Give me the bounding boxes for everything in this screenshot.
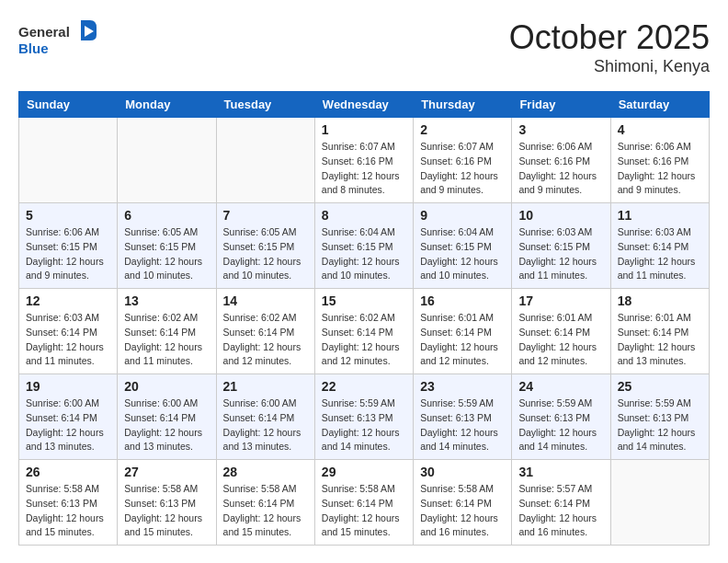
day-info-21: Sunrise: 6:00 AM Sunset: 6:14 PM Dayligh…	[223, 396, 308, 454]
day-info-20: Sunrise: 6:00 AM Sunset: 6:14 PM Dayligh…	[124, 396, 209, 454]
day-info-4: Sunrise: 6:06 AM Sunset: 6:16 PM Dayligh…	[618, 140, 702, 198]
day-number-26: 26	[26, 465, 110, 479]
day-number-18: 18	[618, 293, 702, 308]
weekday-friday: Friday	[512, 92, 610, 118]
day-number-27: 27	[124, 465, 209, 479]
day-number-15: 15	[322, 293, 406, 308]
location-title: Shimoni, Kenya	[509, 57, 710, 76]
week-row-5: 26Sunrise: 5:58 AM Sunset: 6:13 PM Dayli…	[19, 460, 710, 546]
week-row-3: 12Sunrise: 6:03 AM Sunset: 6:14 PM Dayli…	[19, 289, 710, 374]
day-info-27: Sunrise: 5:58 AM Sunset: 6:13 PM Dayligh…	[124, 482, 209, 540]
svg-text:Blue: Blue	[18, 40, 49, 56]
day-cell-22: 22Sunrise: 5:59 AM Sunset: 6:13 PM Dayli…	[314, 374, 413, 460]
weekday-thursday: Thursday	[414, 92, 512, 118]
day-cell-16: 16Sunrise: 6:01 AM Sunset: 6:14 PM Dayli…	[414, 289, 512, 374]
day-cell-12: 12Sunrise: 6:03 AM Sunset: 6:14 PM Dayli…	[19, 289, 118, 374]
day-number-30: 30	[420, 465, 505, 479]
day-info-9: Sunrise: 6:04 AM Sunset: 6:15 PM Dayligh…	[420, 225, 505, 283]
day-number-1: 1	[322, 122, 406, 137]
day-cell-8: 8Sunrise: 6:04 AM Sunset: 6:15 PM Daylig…	[314, 203, 413, 289]
day-number-3: 3	[518, 122, 603, 137]
logo: General Blue	[18, 18, 101, 63]
empty-cell	[19, 118, 118, 203]
day-info-29: Sunrise: 5:58 AM Sunset: 6:14 PM Dayligh…	[322, 482, 406, 540]
day-cell-20: 20Sunrise: 6:00 AM Sunset: 6:14 PM Dayli…	[118, 374, 216, 460]
day-info-16: Sunrise: 6:01 AM Sunset: 6:14 PM Dayligh…	[420, 311, 505, 369]
day-cell-1: 1Sunrise: 6:07 AM Sunset: 6:16 PM Daylig…	[314, 118, 413, 203]
day-number-9: 9	[420, 208, 505, 223]
day-info-23: Sunrise: 5:59 AM Sunset: 6:13 PM Dayligh…	[420, 396, 505, 454]
day-cell-21: 21Sunrise: 6:00 AM Sunset: 6:14 PM Dayli…	[216, 374, 314, 460]
day-info-10: Sunrise: 6:03 AM Sunset: 6:15 PM Dayligh…	[518, 225, 603, 283]
day-cell-11: 11Sunrise: 6:03 AM Sunset: 6:14 PM Dayli…	[610, 203, 709, 289]
day-number-20: 20	[124, 379, 209, 394]
day-info-22: Sunrise: 5:59 AM Sunset: 6:13 PM Dayligh…	[322, 396, 406, 454]
day-number-25: 25	[618, 379, 702, 394]
day-cell-29: 29Sunrise: 5:58 AM Sunset: 6:14 PM Dayli…	[314, 460, 413, 546]
day-number-22: 22	[322, 379, 406, 394]
day-number-14: 14	[223, 293, 308, 308]
day-info-15: Sunrise: 6:02 AM Sunset: 6:14 PM Dayligh…	[322, 311, 406, 369]
day-info-3: Sunrise: 6:06 AM Sunset: 6:16 PM Dayligh…	[518, 140, 603, 198]
day-number-23: 23	[420, 379, 505, 394]
day-number-16: 16	[420, 293, 505, 308]
day-info-28: Sunrise: 5:58 AM Sunset: 6:14 PM Dayligh…	[223, 482, 308, 540]
weekday-wednesday: Wednesday	[314, 92, 413, 118]
day-number-10: 10	[518, 208, 603, 223]
day-number-17: 17	[518, 293, 603, 308]
logo-container: General Blue	[18, 18, 101, 63]
day-cell-24: 24Sunrise: 5:59 AM Sunset: 6:13 PM Dayli…	[512, 374, 610, 460]
empty-cell	[610, 460, 709, 546]
week-row-2: 5Sunrise: 6:06 AM Sunset: 6:15 PM Daylig…	[19, 203, 710, 289]
day-cell-14: 14Sunrise: 6:02 AM Sunset: 6:14 PM Dayli…	[216, 289, 314, 374]
day-number-28: 28	[223, 465, 308, 479]
day-cell-10: 10Sunrise: 6:03 AM Sunset: 6:15 PM Dayli…	[512, 203, 610, 289]
day-cell-2: 2Sunrise: 6:07 AM Sunset: 6:16 PM Daylig…	[414, 118, 512, 203]
empty-cell	[118, 118, 216, 203]
day-info-7: Sunrise: 6:05 AM Sunset: 6:15 PM Dayligh…	[223, 225, 308, 283]
day-number-31: 31	[518, 465, 603, 479]
day-info-24: Sunrise: 5:59 AM Sunset: 6:13 PM Dayligh…	[518, 396, 603, 454]
logo-svg: General Blue	[18, 18, 101, 59]
calendar-table: SundayMondayTuesdayWednesdayThursdayFrid…	[18, 91, 710, 546]
day-cell-15: 15Sunrise: 6:02 AM Sunset: 6:14 PM Dayli…	[314, 289, 413, 374]
day-number-2: 2	[420, 122, 505, 137]
svg-text:General: General	[18, 24, 70, 40]
day-info-18: Sunrise: 6:01 AM Sunset: 6:14 PM Dayligh…	[618, 311, 702, 369]
day-info-1: Sunrise: 6:07 AM Sunset: 6:16 PM Dayligh…	[322, 140, 406, 198]
day-cell-18: 18Sunrise: 6:01 AM Sunset: 6:14 PM Dayli…	[610, 289, 709, 374]
weekday-saturday: Saturday	[610, 92, 709, 118]
day-cell-5: 5Sunrise: 6:06 AM Sunset: 6:15 PM Daylig…	[19, 203, 118, 289]
weekday-sunday: Sunday	[19, 92, 118, 118]
weekday-tuesday: Tuesday	[216, 92, 314, 118]
day-info-31: Sunrise: 5:57 AM Sunset: 6:14 PM Dayligh…	[518, 482, 603, 540]
page-header: General Blue October 2025 Shimoni, Kenya	[18, 18, 710, 76]
day-number-13: 13	[124, 293, 209, 308]
weekday-monday: Monday	[118, 92, 216, 118]
day-number-21: 21	[223, 379, 308, 394]
day-cell-25: 25Sunrise: 5:59 AM Sunset: 6:13 PM Dayli…	[610, 374, 709, 460]
day-info-17: Sunrise: 6:01 AM Sunset: 6:14 PM Dayligh…	[518, 311, 603, 369]
day-cell-17: 17Sunrise: 6:01 AM Sunset: 6:14 PM Dayli…	[512, 289, 610, 374]
day-cell-30: 30Sunrise: 5:58 AM Sunset: 6:14 PM Dayli…	[414, 460, 512, 546]
day-number-8: 8	[322, 208, 406, 223]
day-cell-27: 27Sunrise: 5:58 AM Sunset: 6:13 PM Dayli…	[118, 460, 216, 546]
day-cell-23: 23Sunrise: 5:59 AM Sunset: 6:13 PM Dayli…	[414, 374, 512, 460]
day-cell-9: 9Sunrise: 6:04 AM Sunset: 6:15 PM Daylig…	[414, 203, 512, 289]
day-cell-7: 7Sunrise: 6:05 AM Sunset: 6:15 PM Daylig…	[216, 203, 314, 289]
day-cell-28: 28Sunrise: 5:58 AM Sunset: 6:14 PM Dayli…	[216, 460, 314, 546]
day-number-19: 19	[26, 379, 110, 394]
week-row-1: 1Sunrise: 6:07 AM Sunset: 6:16 PM Daylig…	[19, 118, 710, 203]
day-number-11: 11	[618, 208, 702, 223]
day-info-6: Sunrise: 6:05 AM Sunset: 6:15 PM Dayligh…	[124, 225, 209, 283]
day-info-12: Sunrise: 6:03 AM Sunset: 6:14 PM Dayligh…	[26, 311, 110, 369]
day-info-19: Sunrise: 6:00 AM Sunset: 6:14 PM Dayligh…	[26, 396, 110, 454]
day-number-7: 7	[223, 208, 308, 223]
weekday-header-row: SundayMondayTuesdayWednesdayThursdayFrid…	[19, 92, 710, 118]
day-cell-26: 26Sunrise: 5:58 AM Sunset: 6:13 PM Dayli…	[19, 460, 118, 546]
week-row-4: 19Sunrise: 6:00 AM Sunset: 6:14 PM Dayli…	[19, 374, 710, 460]
day-number-4: 4	[618, 122, 702, 137]
day-cell-6: 6Sunrise: 6:05 AM Sunset: 6:15 PM Daylig…	[118, 203, 216, 289]
day-number-6: 6	[124, 208, 209, 223]
empty-cell	[216, 118, 314, 203]
